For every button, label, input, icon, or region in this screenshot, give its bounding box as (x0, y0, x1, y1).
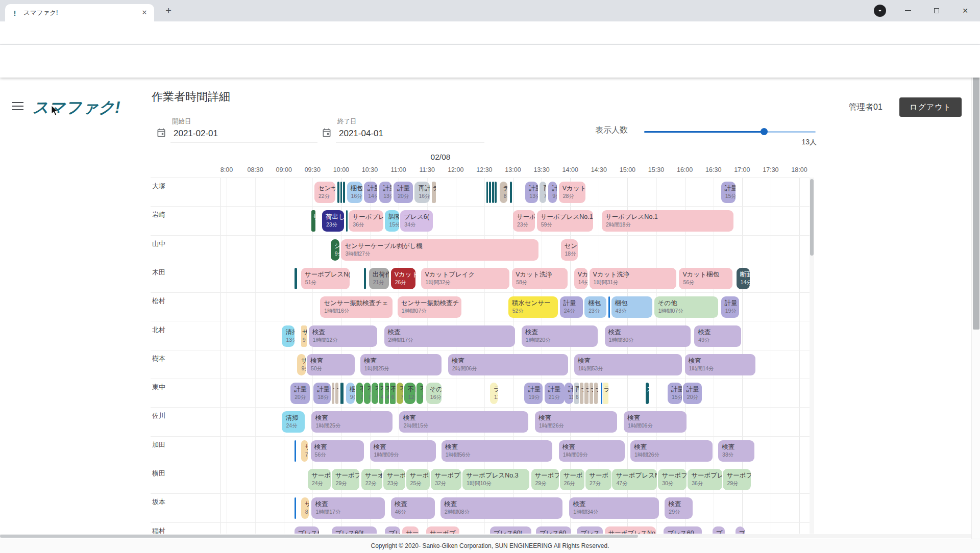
task-bar[interactable]: 検査1時間26分 (630, 440, 713, 462)
task-bar[interactable] (295, 440, 296, 462)
task-bar[interactable]: 検査2時間06分 (448, 354, 569, 375)
task-bar[interactable]: 不7 (364, 383, 371, 404)
task-bar[interactable]: 計量15分 (668, 383, 682, 404)
task-bar[interactable]: 不7 (416, 383, 423, 404)
task-bar[interactable]: サー7 (402, 526, 419, 534)
browser-tab[interactable]: ! スマファク! ✕ (5, 4, 154, 21)
task-bar[interactable]: 出荷作21分 (369, 268, 389, 289)
task-bar[interactable]: サーボプレスNo (605, 526, 656, 534)
task-bar[interactable]: 計量20分 (290, 383, 309, 404)
task-bar[interactable]: 検査38分 (718, 440, 754, 462)
new-tab-button[interactable]: + (162, 5, 175, 17)
window-maximize-button[interactable] (929, 6, 944, 15)
window-close-button[interactable]: ✕ (958, 6, 973, 15)
task-bar[interactable]: サーボプレスN47分 (612, 469, 657, 490)
task-bar[interactable]: 不7 (372, 383, 378, 404)
start-date-input[interactable]: 2021-02-01 (174, 129, 218, 139)
task-bar[interactable]: サーボプレ36分 (349, 210, 383, 232)
task-bar[interactable] (489, 182, 491, 203)
task-bar[interactable]: テ (432, 182, 435, 203)
window-minimize-button[interactable] (900, 6, 916, 15)
task-bar[interactable]: ラ (335, 383, 338, 404)
task-bar[interactable]: 検査1時間25分 (360, 354, 442, 375)
task-bar[interactable]: 検査1時間56分 (442, 440, 552, 462)
task-bar[interactable]: 検査1時間30分 (605, 325, 691, 347)
task-bar[interactable]: 計9分 (548, 182, 557, 203)
task-bar[interactable]: 梱9分 (346, 383, 355, 404)
task-bar[interactable]: サーボ23分 (513, 210, 535, 232)
task-bar[interactable]: サーボ27分 (585, 469, 611, 490)
task-bar[interactable]: 不7 (397, 383, 403, 404)
task-bar[interactable]: 計量11 (565, 383, 573, 404)
task-bar[interactable]: 検査2時間08分 (440, 497, 562, 519)
task-bar[interactable]: 検査1時間34分 (569, 497, 659, 519)
task-bar[interactable]: 荷出し23分 (322, 210, 344, 232)
task-bar[interactable]: サーオ22分 (361, 469, 382, 490)
task-bar[interactable]: 検査2時間15分 (399, 411, 528, 433)
task-bar[interactable] (608, 296, 610, 318)
task-bar[interactable]: 計量13分 (525, 182, 537, 203)
task-bar[interactable] (342, 383, 344, 404)
task-bar[interactable]: 梱包23分 (584, 296, 606, 318)
tab-close-icon[interactable]: ✕ (140, 8, 149, 17)
task-bar[interactable]: サーボプレスNo.159分 (537, 210, 593, 232)
task-bar[interactable]: 調整15分 (385, 210, 399, 232)
task-bar[interactable]: 計量20分 (683, 383, 702, 404)
task-bar[interactable]: サーボ24分 (308, 469, 331, 490)
task-bar[interactable]: 梱包43分 (611, 296, 652, 318)
task-bar[interactable]: 検査1時間09分 (559, 440, 625, 462)
task-bar[interactable]: プレ (385, 526, 400, 534)
task-bar[interactable]: ス (646, 383, 649, 404)
task-bar[interactable]: Vカット洗浄1時間31分 (590, 268, 676, 289)
task-bar[interactable]: ラ (332, 383, 335, 404)
task-bar[interactable]: プレス6(34分 (400, 210, 433, 232)
task-bar[interactable] (364, 268, 366, 289)
task-bar[interactable]: 計量24分 (560, 296, 583, 318)
task-bar[interactable]: Vカット26分 (391, 268, 416, 289)
task-bar[interactable]: ラ/12分 (490, 383, 498, 404)
task-bar[interactable]: Vカット28分 (559, 182, 585, 203)
task-bar[interactable]: サーボ23分 (383, 469, 405, 490)
task-bar[interactable]: サーボプレ36分 (688, 469, 722, 490)
task-bar[interactable]: サーボプレスNo.12時間18分 (602, 210, 733, 232)
task-bar[interactable]: 梱包16分 (347, 182, 362, 203)
task-bar[interactable] (346, 210, 348, 232)
task-bar[interactable]: 不6 (390, 383, 396, 404)
vertical-scrollbar[interactable]: ▲ (971, 45, 980, 553)
task-bar[interactable]: 計量19分 (524, 383, 543, 404)
task-bar[interactable]: サーボフ29分 (332, 469, 359, 490)
task-bar[interactable]: 検査49分 (694, 325, 741, 347)
task-bar[interactable]: サーボ25分 (406, 469, 430, 490)
task-bar[interactable]: 計量14分 (364, 182, 377, 203)
task-bar[interactable] (492, 182, 494, 203)
task-bar[interactable]: ラ (590, 383, 593, 404)
task-bar[interactable]: サーボプレスNo.31時間10分 (462, 469, 529, 490)
scrollbar-thumb[interactable] (973, 54, 979, 330)
task-bar[interactable]: シ9分 (331, 239, 339, 261)
end-date-input[interactable]: 2021-04-01 (339, 129, 383, 139)
task-bar[interactable]: 不4 (379, 383, 383, 404)
task-bar[interactable]: 検査56分 (311, 440, 364, 462)
task-bar[interactable]: Vカット洗浄58分 (512, 268, 567, 289)
task-bar[interactable]: その他1時間07分 (654, 296, 718, 318)
task-bar[interactable]: Vカ14分 (574, 268, 587, 289)
task-bar[interactable]: サ9 (301, 325, 307, 347)
task-bar[interactable]: 検査50分 (307, 354, 355, 375)
task-bar[interactable]: 積水センサー52分 (508, 296, 558, 318)
calendar-icon[interactable] (322, 128, 332, 138)
task-bar[interactable]: サ7 (301, 440, 308, 462)
task-bar[interactable]: 検査1時間25分 (311, 411, 393, 433)
task-bar[interactable]: 検査1時間06分 (624, 411, 687, 433)
horizontal-scrollbar[interactable] (0, 534, 971, 538)
task-bar[interactable]: Vカット梱包56分 (679, 268, 732, 289)
task-bar[interactable]: 検査1時間09分 (370, 440, 436, 462)
task-bar[interactable]: 検査1時間53分 (574, 354, 682, 375)
task-bar[interactable]: 不7 (356, 383, 363, 404)
media-controls-icon[interactable] (874, 5, 886, 17)
task-bar[interactable]: サ8 (301, 497, 309, 519)
task-bar[interactable] (295, 497, 296, 519)
task-bar[interactable] (295, 268, 298, 289)
task-bar[interactable]: その16分 (426, 383, 442, 404)
task-bar[interactable]: ラ (580, 383, 583, 404)
task-bar[interactable]: プl (736, 526, 745, 534)
